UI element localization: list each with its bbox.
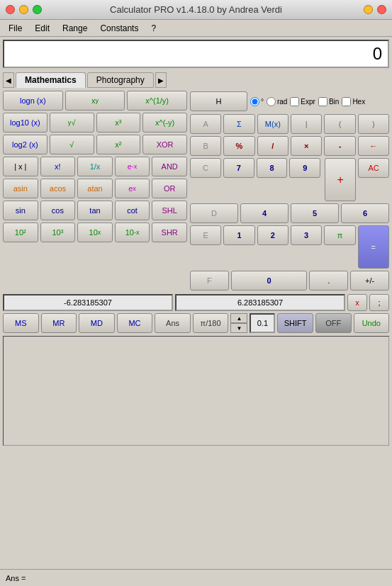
menu-edit[interactable]: Edit xyxy=(29,22,55,35)
btn-semicolon[interactable]: ; xyxy=(369,294,389,311)
btn-lparen[interactable]: ( xyxy=(324,114,355,134)
btn-asin[interactable]: asin xyxy=(3,179,38,198)
btn-cot[interactable]: cot xyxy=(115,201,150,220)
btn-A[interactable]: A xyxy=(190,114,221,134)
btn-ex[interactable]: ex xyxy=(115,179,150,198)
btn-divide[interactable]: / xyxy=(257,136,289,156)
btn-fact[interactable]: x! xyxy=(40,157,76,176)
btn-7[interactable]: 7 xyxy=(223,158,254,178)
step-arrows[interactable]: ▲ ▼ xyxy=(230,313,247,333)
btn-logn[interactable]: logn (x) xyxy=(3,91,63,111)
btn-inv[interactable]: 1/x xyxy=(77,157,113,176)
btn-backspace[interactable]: ← xyxy=(358,136,389,156)
menu-help[interactable]: ? xyxy=(145,22,162,35)
btn-or[interactable]: OR xyxy=(152,179,187,198)
btn-sin[interactable]: sin xyxy=(3,201,38,220)
check-bin[interactable] xyxy=(318,97,327,106)
minimize-button[interactable] xyxy=(19,5,28,14)
check-expr[interactable] xyxy=(290,97,299,106)
btn-xsq[interactable]: x² xyxy=(96,135,141,154)
btn-shl[interactable]: SHL xyxy=(152,201,187,220)
btn-and[interactable]: AND xyxy=(152,157,187,176)
step-down[interactable]: ▼ xyxy=(230,323,247,333)
menu-constants[interactable]: Constants xyxy=(94,22,144,35)
btn-xcube[interactable]: x³ xyxy=(96,113,141,133)
window-controls[interactable] xyxy=(6,5,42,14)
btn-dot[interactable]: . xyxy=(309,271,348,291)
check-hex[interactable] xyxy=(342,97,351,106)
btn-E[interactable]: E xyxy=(190,225,221,245)
maximize-button[interactable] xyxy=(33,5,42,14)
window-controls-right[interactable] xyxy=(364,5,386,14)
btn-H[interactable]: H xyxy=(190,91,247,111)
tab-left-arrow[interactable]: ◀ xyxy=(3,72,14,88)
btn-10cube[interactable]: 10³ xyxy=(40,222,76,242)
btn-2[interactable]: 2 xyxy=(257,225,289,245)
btn-plus[interactable]: + xyxy=(325,158,356,201)
btn-acos[interactable]: acos xyxy=(40,179,76,198)
btn-yroot[interactable]: y√ xyxy=(50,113,94,133)
btn-5[interactable]: 5 xyxy=(291,203,339,223)
btn-MC[interactable]: MC xyxy=(117,313,153,333)
radio-deg-label[interactable]: ° xyxy=(250,97,264,106)
btn-9[interactable]: 9 xyxy=(289,158,320,178)
btn-Mx[interactable]: M(x) xyxy=(257,114,289,134)
btn-B[interactable]: B xyxy=(190,136,221,156)
btn-x1y[interactable]: x^(1/y) xyxy=(127,91,187,111)
check-bin-label[interactable]: Bin xyxy=(318,97,339,106)
btn-MS[interactable]: MS xyxy=(3,313,39,333)
btn-MD[interactable]: MD xyxy=(79,313,115,333)
menu-range[interactable]: Range xyxy=(57,22,93,35)
close-button[interactable] xyxy=(6,5,15,14)
btn-sigma[interactable]: Σ xyxy=(223,114,254,134)
btn-cos[interactable]: cos xyxy=(40,201,76,220)
btn-xor[interactable]: XOR xyxy=(142,135,187,154)
btn-xnegy[interactable]: x^(-y) xyxy=(142,113,187,133)
btn-equals[interactable]: = xyxy=(358,225,389,269)
extra-button-1[interactable] xyxy=(364,5,373,14)
btn-10nx[interactable]: 10-x xyxy=(115,222,150,242)
btn-D[interactable]: D xyxy=(190,203,238,223)
btn-F[interactable]: F xyxy=(190,271,229,291)
btn-C[interactable]: C xyxy=(190,158,221,178)
btn-log2[interactable]: log2 (x) xyxy=(3,135,47,154)
btn-atan[interactable]: atan xyxy=(77,179,113,198)
btn-rparen[interactable]: ) xyxy=(358,114,389,134)
btn-Ans[interactable]: Ans xyxy=(155,313,191,333)
radio-deg[interactable] xyxy=(250,97,259,106)
btn-3[interactable]: 3 xyxy=(291,225,322,245)
btn-6[interactable]: 6 xyxy=(341,203,389,223)
btn-percent[interactable]: % xyxy=(223,136,254,156)
btn-10x[interactable]: 10x xyxy=(77,222,113,242)
btn-shr[interactable]: SHR xyxy=(152,222,187,242)
btn-abs[interactable]: | x | xyxy=(3,157,38,176)
check-expr-label[interactable]: Expr xyxy=(290,97,315,106)
btn-xpowy[interactable]: xy xyxy=(65,91,125,111)
btn-AC[interactable]: AC xyxy=(358,158,389,178)
btn-result-x[interactable]: x xyxy=(347,294,367,311)
btn-enx[interactable]: e-x xyxy=(115,157,150,176)
btn-log10[interactable]: log10 (x) xyxy=(3,113,47,133)
radio-rad-label[interactable]: rad xyxy=(267,97,287,106)
btn-8[interactable]: 8 xyxy=(257,158,288,178)
btn-1[interactable]: 1 xyxy=(223,225,254,245)
btn-plusminus[interactable]: +/- xyxy=(350,271,389,291)
btn-pi[interactable]: π xyxy=(324,225,355,245)
btn-SHIFT[interactable]: SHIFT xyxy=(277,313,313,333)
btn-Undo[interactable]: Undo xyxy=(354,313,390,333)
btn-0[interactable]: 0 xyxy=(231,271,308,291)
btn-MR[interactable]: MR xyxy=(41,313,77,333)
btn-multiply[interactable]: × xyxy=(291,136,322,156)
tab-mathematics[interactable]: Mathematics xyxy=(16,72,86,88)
btn-10sq[interactable]: 10² xyxy=(3,222,38,242)
btn-OFF[interactable]: OFF xyxy=(315,313,352,333)
tab-right-arrow[interactable]: ▶ xyxy=(155,72,167,88)
btn-pi180[interactable]: π/180 xyxy=(193,313,229,333)
btn-sqrt[interactable]: √ xyxy=(50,135,94,154)
step-up[interactable]: ▲ xyxy=(230,313,247,323)
tab-photography[interactable]: Photography xyxy=(87,72,154,88)
check-hex-label[interactable]: Hex xyxy=(342,97,365,106)
radio-rad[interactable] xyxy=(267,97,276,106)
btn-4[interactable]: 4 xyxy=(240,203,289,223)
menu-file[interactable]: File xyxy=(3,22,28,35)
